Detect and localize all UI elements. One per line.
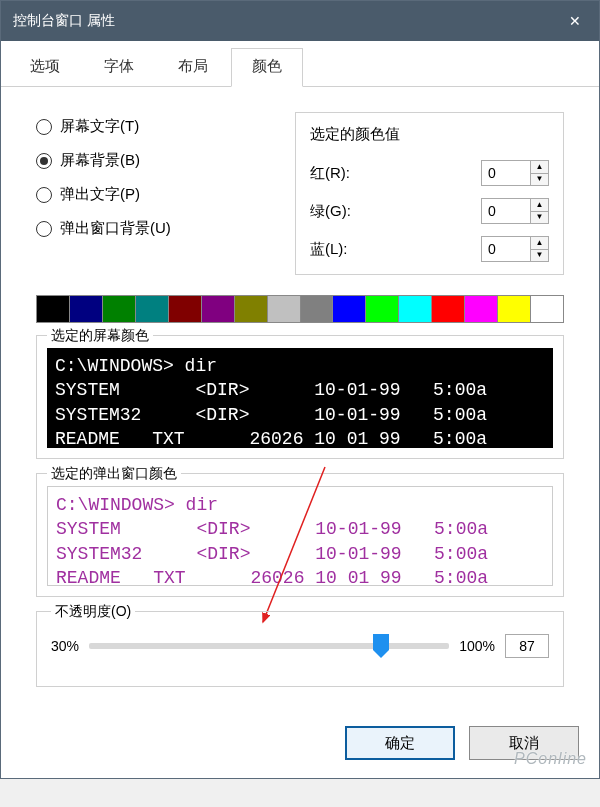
radio-icon bbox=[36, 119, 52, 135]
close-button[interactable]: ✕ bbox=[551, 1, 599, 41]
selected-color-values: 选定的颜色值 红(R): ▲ ▼ 绿(G): bbox=[295, 112, 564, 275]
slider-thumb[interactable] bbox=[373, 634, 389, 658]
radio-screen-text[interactable]: 屏幕文字(T) bbox=[36, 117, 275, 136]
tab-colors[interactable]: 颜色 bbox=[231, 48, 303, 87]
radio-icon bbox=[36, 153, 52, 169]
radio-icon bbox=[36, 187, 52, 203]
radio-screen-bg[interactable]: 屏幕背景(B) bbox=[36, 151, 275, 170]
color-swatch[interactable] bbox=[366, 296, 399, 322]
opacity-slider[interactable] bbox=[89, 643, 449, 649]
blue-spinner[interactable]: ▲ ▼ bbox=[481, 236, 549, 262]
green-label: 绿(G): bbox=[310, 202, 473, 221]
red-input[interactable] bbox=[482, 161, 530, 185]
red-label: 红(R): bbox=[310, 164, 473, 183]
color-target-radios: 屏幕文字(T) 屏幕背景(B) 弹出文字(P) 弹出窗口背景(U) bbox=[36, 112, 275, 275]
group-title: 选定的颜色值 bbox=[310, 125, 549, 144]
color-swatch[interactable] bbox=[70, 296, 103, 322]
properties-window: 控制台窗口 属性 ✕ 选项 字体 布局 颜色 屏幕文字(T) 屏幕背景(B) bbox=[0, 0, 600, 779]
color-swatch[interactable] bbox=[202, 296, 235, 322]
spin-up-icon[interactable]: ▲ bbox=[531, 199, 548, 212]
green-spinner[interactable]: ▲ ▼ bbox=[481, 198, 549, 224]
console-preview-screen: C:\WINDOWS> dir SYSTEM <DIR> 10-01-99 5:… bbox=[47, 348, 553, 448]
color-swatch[interactable] bbox=[103, 296, 136, 322]
color-swatch[interactable] bbox=[268, 296, 301, 322]
dialog-buttons: 确定 取消 bbox=[1, 712, 599, 778]
color-swatches bbox=[36, 295, 564, 323]
opacity-input[interactable] bbox=[505, 634, 549, 658]
screen-color-preview: 选定的屏幕颜色 C:\WINDOWS> dir SYSTEM <DIR> 10-… bbox=[36, 335, 564, 459]
tab-strip: 选项 字体 布局 颜色 bbox=[1, 41, 599, 87]
console-preview-popup: C:\WINDOWS> dir SYSTEM <DIR> 10-01-99 5:… bbox=[47, 486, 553, 586]
blue-label: 蓝(L): bbox=[310, 240, 473, 259]
cancel-button[interactable]: 取消 bbox=[469, 726, 579, 760]
color-swatch[interactable] bbox=[37, 296, 70, 322]
color-swatch[interactable] bbox=[136, 296, 169, 322]
spin-down-icon[interactable]: ▼ bbox=[531, 250, 548, 262]
color-swatch[interactable] bbox=[465, 296, 498, 322]
opacity-group: 不透明度(O) 30% 100% bbox=[36, 611, 564, 687]
color-swatch[interactable] bbox=[301, 296, 334, 322]
color-swatch[interactable] bbox=[169, 296, 202, 322]
opacity-max: 100% bbox=[459, 638, 495, 654]
radio-popup-bg[interactable]: 弹出窗口背景(U) bbox=[36, 219, 275, 238]
spin-up-icon[interactable]: ▲ bbox=[531, 237, 548, 250]
opacity-min: 30% bbox=[51, 638, 79, 654]
color-swatch[interactable] bbox=[531, 296, 563, 322]
window-title: 控制台窗口 属性 bbox=[13, 12, 115, 30]
radio-icon bbox=[36, 221, 52, 237]
ok-button[interactable]: 确定 bbox=[345, 726, 455, 760]
tab-layout[interactable]: 布局 bbox=[157, 48, 229, 87]
color-swatch[interactable] bbox=[498, 296, 531, 322]
tab-font[interactable]: 字体 bbox=[83, 48, 155, 87]
color-swatch[interactable] bbox=[235, 296, 268, 322]
red-spinner[interactable]: ▲ ▼ bbox=[481, 160, 549, 186]
color-swatch[interactable] bbox=[333, 296, 366, 322]
spin-down-icon[interactable]: ▼ bbox=[531, 174, 548, 186]
tab-options[interactable]: 选项 bbox=[9, 48, 81, 87]
popup-color-preview: 选定的弹出窗口颜色 C:\WINDOWS> dir SYSTEM <DIR> 1… bbox=[36, 473, 564, 597]
close-icon: ✕ bbox=[569, 13, 581, 29]
blue-input[interactable] bbox=[482, 237, 530, 261]
color-swatch[interactable] bbox=[432, 296, 465, 322]
spin-up-icon[interactable]: ▲ bbox=[531, 161, 548, 174]
spin-down-icon[interactable]: ▼ bbox=[531, 212, 548, 224]
color-swatch[interactable] bbox=[399, 296, 432, 322]
titlebar: 控制台窗口 属性 ✕ bbox=[1, 1, 599, 41]
green-input[interactable] bbox=[482, 199, 530, 223]
radio-popup-text[interactable]: 弹出文字(P) bbox=[36, 185, 275, 204]
